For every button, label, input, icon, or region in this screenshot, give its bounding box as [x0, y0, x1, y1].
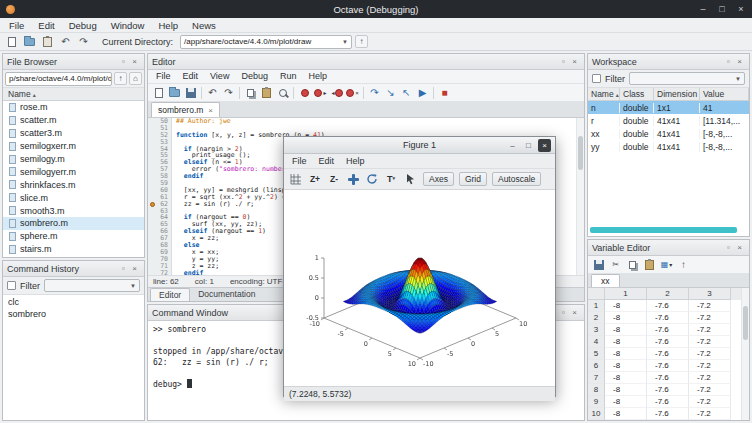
variable-cell[interactable]: -7.6 [647, 312, 689, 324]
editor-menu-item-file[interactable]: File [150, 70, 177, 83]
redo-button[interactable]: ↷ [76, 34, 91, 49]
paste-button[interactable] [40, 34, 55, 49]
undock-icon[interactable]: ▫ [118, 262, 129, 276]
figure-maximize-icon[interactable]: □ [522, 139, 535, 152]
figure-menu-item-edit[interactable]: Edit [313, 154, 341, 168]
variable-cell[interactable]: -8 [605, 360, 647, 372]
row-header[interactable]: 4 [588, 336, 605, 348]
row-header[interactable]: 3 [588, 324, 605, 336]
variable-cell[interactable]: -7.2 [689, 336, 731, 348]
variable-cell[interactable]: -7.6 [647, 360, 689, 372]
workspace-scrollbar[interactable] [590, 227, 737, 233]
menu-item-news[interactable]: News [185, 18, 223, 33]
variable-cell[interactable]: -7.6 [647, 408, 689, 420]
editor-undo-button[interactable]: ↶ [205, 85, 220, 100]
new-script-button[interactable] [4, 34, 19, 49]
file-browser-item[interactable]: semilogy.m [3, 153, 144, 166]
file-browser-item[interactable]: rose.m [3, 101, 144, 114]
row-header[interactable]: 8 [588, 384, 605, 396]
variable-cell[interactable]: -7.6 [647, 348, 689, 360]
close-panel-icon[interactable]: × [569, 55, 580, 69]
step-in-button[interactable]: ↘ [383, 85, 398, 100]
row-header[interactable]: 7 [588, 372, 605, 384]
editor-scrollbar[interactable] [576, 118, 584, 275]
editor-save-button[interactable] [183, 85, 198, 100]
editor-paste-button[interactable] [259, 85, 274, 100]
editor-open-button[interactable] [167, 85, 182, 100]
variable-cell[interactable]: -7.2 [689, 384, 731, 396]
minimize-icon[interactable]: – [698, 0, 708, 18]
editor-menu-item-view[interactable]: View [204, 70, 235, 83]
variable-cell[interactable]: -7.2 [689, 372, 731, 384]
row-header[interactable]: 2 [588, 312, 605, 324]
menu-item-edit[interactable]: Edit [31, 18, 61, 33]
variable-tab-xx[interactable]: xx [591, 274, 620, 287]
figure-canvas[interactable] [284, 190, 555, 382]
variable-cell[interactable]: -8 [605, 336, 647, 348]
maximize-icon[interactable]: □ [717, 0, 727, 18]
variable-cell[interactable]: -7.2 [689, 348, 731, 360]
variable-cell[interactable]: -8 [605, 312, 647, 324]
axes-button[interactable]: Axes [423, 172, 454, 186]
continue-button[interactable]: ▶ [415, 85, 430, 100]
ve-save-button[interactable] [591, 257, 606, 272]
file-browser-path-combobox[interactable]: p/share/octave/4.4.0/m/plot/draw ▼ [5, 72, 112, 86]
undock-icon[interactable]: ▫ [558, 55, 569, 69]
file-browser-name-header[interactable]: Name▴ [3, 88, 144, 101]
editor-menu-item-help[interactable]: Help [302, 70, 333, 83]
variable-cell[interactable]: -8 [605, 348, 647, 360]
variable-cell[interactable]: -8 [605, 396, 647, 408]
editor-copy-button[interactable] [243, 85, 258, 100]
workspace-row[interactable]: yydouble41x41[-8,-8,... [588, 140, 749, 153]
variable-cell[interactable]: -8 [605, 300, 647, 312]
undock-icon[interactable]: ▫ [723, 55, 734, 69]
select-button[interactable] [402, 171, 418, 187]
figure-menu-item-file[interactable]: File [286, 154, 313, 168]
close-panel-icon[interactable]: × [569, 306, 580, 320]
variable-cell[interactable]: -7.6 [647, 372, 689, 384]
scrollbar-handle[interactable] [578, 136, 583, 170]
ve-up-button[interactable]: ↑ [676, 257, 691, 272]
column-header[interactable]: Name▴ [588, 88, 620, 101]
axes-config-button[interactable] [288, 171, 304, 187]
editor-new-button[interactable] [151, 85, 166, 100]
undock-icon[interactable]: ▫ [723, 241, 734, 255]
variable-cell[interactable]: -7.2 [689, 324, 731, 336]
close-icon[interactable]: × [736, 0, 746, 18]
row-header[interactable]: 9 [588, 396, 605, 408]
file-browser-item[interactable]: semilogyerr.m [3, 165, 144, 178]
tab-documentation[interactable]: Documentation [190, 288, 263, 301]
menu-item-debug[interactable]: Debug [62, 18, 104, 33]
close-panel-icon[interactable]: × [129, 262, 140, 276]
ve-cut-button[interactable]: ✂ [608, 257, 623, 272]
filter-checkbox[interactable] [7, 281, 16, 290]
variable-cell[interactable]: -8 [605, 324, 647, 336]
editor-menu-item-run[interactable]: Run [274, 70, 303, 83]
figure-window[interactable]: Figure 1 – □ × FileEditHelp Z+ Z- T▾ Axe… [283, 136, 556, 397]
ve-paste-button[interactable] [642, 257, 657, 272]
directory-up-button[interactable]: ↑ [355, 35, 368, 48]
figure-minimize-icon[interactable]: – [506, 139, 519, 152]
row-header[interactable]: 1 [588, 300, 605, 312]
figure-plot-area[interactable] [284, 190, 555, 386]
variable-grid[interactable]: 1231-8-7.6-7.22-8-7.6-7.23-8-7.6-7.24-8-… [588, 288, 749, 420]
figure-close-icon[interactable]: × [538, 139, 551, 152]
zoom-out-button[interactable]: Z- [326, 171, 342, 187]
history-item[interactable]: sombrero [3, 308, 144, 320]
file-browser-item[interactable]: scatter3.m [3, 127, 144, 140]
open-file-button[interactable] [22, 34, 37, 49]
figure-titlebar[interactable]: Figure 1 – □ × [284, 137, 555, 154]
column-header[interactable]: Value [700, 88, 749, 101]
editor-menu-item-debug[interactable]: Debug [235, 70, 274, 83]
zoom-in-button[interactable]: Z+ [307, 171, 323, 187]
variable-editor-scrollbar[interactable] [741, 288, 749, 420]
file-browser-item[interactable]: smooth3.m [3, 204, 144, 217]
editor-menu-item-edit[interactable]: Edit [177, 70, 205, 83]
figure-menu-item-help[interactable]: Help [340, 154, 371, 168]
menu-item-help[interactable]: Help [151, 18, 185, 33]
variable-cell[interactable]: -8 [605, 372, 647, 384]
step-out-button[interactable]: ↖ [399, 85, 414, 100]
ve-plot-button[interactable]: ▦▾ [659, 257, 674, 272]
next-breakpoint-button[interactable]: ▸ [313, 85, 328, 100]
remove-breakpoints-button[interactable]: × [345, 85, 360, 100]
